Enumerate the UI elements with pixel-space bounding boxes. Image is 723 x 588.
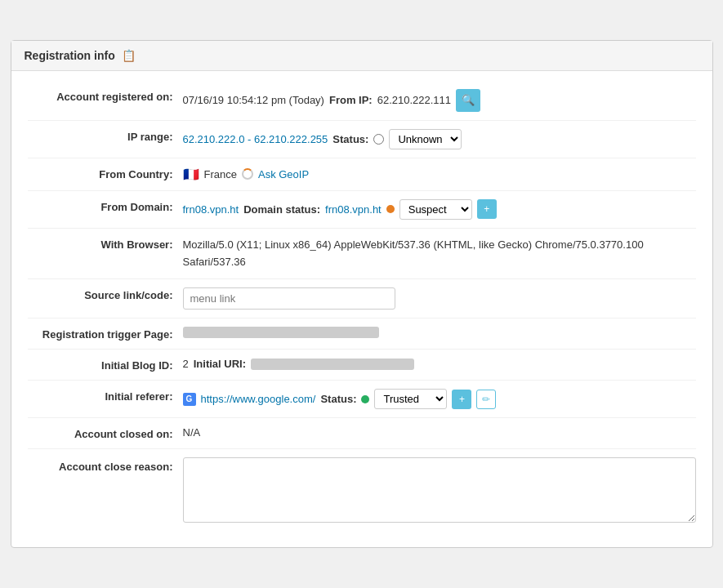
trigger-blurred bbox=[183, 327, 379, 338]
source-value bbox=[183, 287, 696, 310]
domain-status-select[interactable]: Unknown Trusted Suspect Blocked bbox=[399, 199, 472, 220]
google-icon: G bbox=[183, 393, 196, 406]
initial-uri-label: Initial URI: bbox=[194, 358, 246, 370]
referer-edit-button[interactable]: ✏ bbox=[476, 390, 496, 409]
ip-range-row: IP range: 62.210.222.0 - 62.210.222.255 … bbox=[28, 120, 696, 158]
referer-add-button[interactable]: + bbox=[452, 390, 471, 409]
country-flag: 🇫🇷 bbox=[183, 167, 199, 182]
blog-id-label: Initial Blog ID: bbox=[28, 358, 183, 372]
loading-icon bbox=[242, 168, 253, 180]
browser-value: Mozilla/5.0 (X11; Linux x86_64) AppleWeb… bbox=[183, 237, 657, 271]
registered-on-row: Account registered on: 07/16/19 10:54:12… bbox=[28, 81, 696, 120]
close-reason-value bbox=[183, 457, 696, 523]
browser-row: With Browser: Mozilla/5.0 (X11; Linux x8… bbox=[28, 228, 696, 279]
registered-on-label: Account registered on: bbox=[28, 89, 183, 103]
panel-header: Registration info 📋 bbox=[11, 41, 712, 71]
trigger-value bbox=[183, 327, 696, 338]
ask-geoip-link[interactable]: Ask GeoIP bbox=[258, 168, 309, 180]
blog-id-number: 2 bbox=[183, 358, 189, 370]
referer-value: G https://www.google.com/ Status: Unknow… bbox=[183, 389, 696, 409]
ip-status-select[interactable]: Unknown Trusted Suspect Blocked bbox=[389, 129, 462, 149]
closed-on-value: N/A bbox=[183, 426, 696, 439]
source-row: Source link/code: bbox=[28, 278, 696, 318]
ip-range-link[interactable]: 62.210.222.0 - 62.210.222.255 bbox=[183, 133, 328, 145]
domain-status-label: Domain status: bbox=[243, 203, 320, 216]
registration-panel: Registration info 📋 Account registered o… bbox=[11, 40, 713, 549]
referer-label: Initial referer: bbox=[28, 389, 183, 403]
close-reason-row: Account close reason: bbox=[28, 448, 696, 531]
trigger-row: Registration trigger Page: bbox=[28, 318, 696, 349]
referer-status-select[interactable]: Unknown Trusted Suspect Blocked bbox=[374, 389, 447, 409]
blog-id-row: Initial Blog ID: 2 Initial URI: bbox=[28, 349, 696, 380]
ip-status-radio[interactable] bbox=[373, 134, 384, 145]
closed-on-label: Account closed on: bbox=[28, 426, 183, 440]
domain-label: From Domain: bbox=[28, 199, 183, 213]
registered-on-date: 07/16/19 10:54:12 pm (Today) bbox=[183, 94, 324, 106]
registered-on-ip: 62.210.222.111 bbox=[377, 94, 451, 106]
ip-search-button[interactable]: 🔍 bbox=[456, 89, 480, 112]
trigger-label: Registration trigger Page: bbox=[28, 327, 183, 341]
close-reason-textarea[interactable] bbox=[183, 457, 696, 523]
panel-title: Registration info bbox=[25, 49, 115, 62]
panel-icon: 📋 bbox=[122, 49, 136, 62]
ip-status-label: Status: bbox=[332, 133, 368, 145]
close-reason-label: Account close reason: bbox=[28, 457, 183, 473]
country-value: 🇫🇷 France Ask GeoIP bbox=[183, 167, 696, 182]
country-label: From Country: bbox=[28, 167, 183, 180]
ip-range-label: IP range: bbox=[28, 129, 183, 143]
registered-on-value: 07/16/19 10:54:12 pm (Today) From IP: 62… bbox=[183, 89, 696, 112]
domain-row: From Domain: frn08.vpn.ht Domain status:… bbox=[28, 190, 696, 228]
domain-link[interactable]: frn08.vpn.ht bbox=[183, 203, 239, 216]
country-row: From Country: 🇫🇷 France Ask GeoIP bbox=[28, 158, 696, 190]
domain-add-button[interactable]: + bbox=[477, 199, 497, 219]
panel-body: Account registered on: 07/16/19 10:54:12… bbox=[11, 71, 712, 548]
country-name: France bbox=[204, 168, 237, 180]
browser-label: With Browser: bbox=[28, 237, 183, 251]
ip-range-value: 62.210.222.0 - 62.210.222.255 Status: Un… bbox=[183, 129, 696, 149]
blog-id-value: 2 Initial URI: bbox=[183, 358, 696, 370]
source-label: Source link/code: bbox=[28, 287, 183, 301]
closed-on-row: Account closed on: N/A bbox=[28, 417, 696, 448]
from-ip-prefix: From IP: bbox=[329, 94, 373, 106]
initial-uri-blurred bbox=[251, 359, 414, 370]
referer-status-dot bbox=[361, 395, 369, 403]
search-icon: 🔍 bbox=[462, 94, 475, 106]
source-input[interactable] bbox=[183, 287, 395, 310]
referer-row: Initial referer: G https://www.google.co… bbox=[28, 380, 696, 417]
referer-status-label: Status: bbox=[320, 393, 356, 405]
domain-status-dot bbox=[386, 205, 395, 213]
referer-url-link[interactable]: https://www.google.com/ bbox=[201, 393, 316, 405]
domain-value: frn08.vpn.ht Domain status: frn08.vpn.ht… bbox=[183, 199, 696, 220]
domain-status-domain[interactable]: frn08.vpn.ht bbox=[325, 203, 382, 216]
